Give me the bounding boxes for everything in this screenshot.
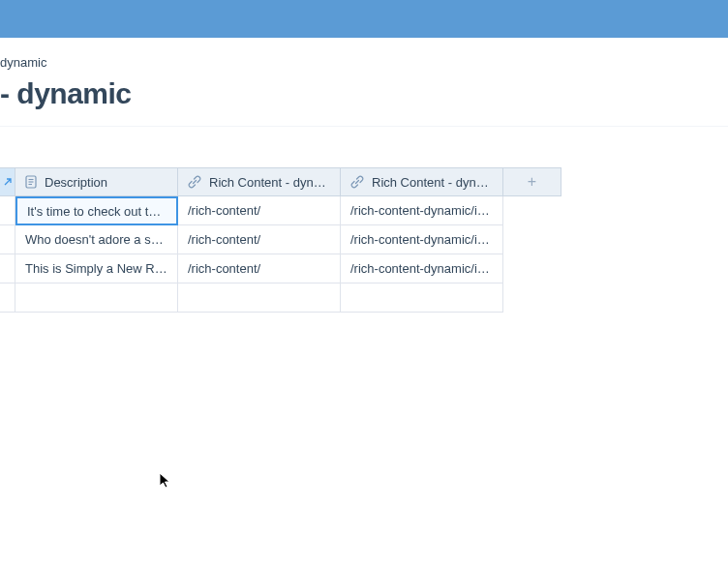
breadcrumb[interactable]: dynamic <box>0 55 728 70</box>
top-nav-bar[interactable] <box>0 0 728 38</box>
column-header-rich-content-2[interactable]: Rich Content - dynam… <box>341 167 503 196</box>
table-row[interactable]: Who doesn't adore a smili… /rich-content… <box>0 225 728 254</box>
cell-empty[interactable] <box>178 284 341 313</box>
mouse-cursor <box>159 472 172 492</box>
breadcrumb-text: dynamic <box>0 55 46 70</box>
column-header-expand[interactable] <box>0 167 15 196</box>
add-column-button[interactable]: + <box>503 167 561 196</box>
column-label: Description <box>45 175 107 190</box>
column-header-description[interactable]: Description <box>15 167 178 196</box>
page-title: - dynamic <box>0 77 728 110</box>
expand-icon <box>3 177 13 187</box>
cell-empty[interactable] <box>15 284 178 313</box>
table-body: It's time to check out the … /rich-conte… <box>0 196 728 313</box>
row-gutter[interactable] <box>0 196 15 225</box>
column-header-rich-content-1[interactable]: Rich Content - dynam… <box>178 167 341 196</box>
cell-rich-content-2[interactable]: /rich-content-dynamic/i-a… <box>341 196 503 225</box>
table-header-row: Description Rich Content - dynam… Rich C… <box>0 167 728 196</box>
cell-rich-content-2[interactable]: /rich-content-dynamic/i-a… <box>341 225 503 254</box>
row-gutter[interactable] <box>0 225 15 254</box>
table-row-empty[interactable] <box>0 284 728 313</box>
page-header: dynamic - dynamic <box>0 38 728 127</box>
row-gutter[interactable] <box>0 254 15 284</box>
cell-rich-content-1[interactable]: /rich-content/ <box>178 196 341 225</box>
link-icon <box>350 175 364 189</box>
description-icon <box>25 175 37 189</box>
plus-icon: + <box>528 173 536 191</box>
table-row[interactable]: It's time to check out the … /rich-conte… <box>0 196 728 225</box>
cell-rich-content-2[interactable]: /rich-content-dynamic/i-a… <box>341 254 503 284</box>
content-area: Description Rich Content - dynam… Rich C… <box>0 127 728 313</box>
row-gutter[interactable] <box>0 284 15 313</box>
data-table: Description Rich Content - dynam… Rich C… <box>0 167 728 313</box>
cell-description[interactable]: This is Simply a New Rich … <box>15 254 178 284</box>
cell-description[interactable]: Who doesn't adore a smili… <box>15 225 178 254</box>
link-icon <box>188 175 201 189</box>
cell-description[interactable]: It's time to check out the … <box>15 196 178 225</box>
column-label: Rich Content - dynam… <box>372 175 493 190</box>
table-row[interactable]: This is Simply a New Rich … /rich-conten… <box>0 254 728 284</box>
cell-empty[interactable] <box>341 284 503 313</box>
cell-rich-content-1[interactable]: /rich-content/ <box>178 225 341 254</box>
column-label: Rich Content - dynam… <box>209 175 330 190</box>
cell-rich-content-1[interactable]: /rich-content/ <box>178 254 341 284</box>
